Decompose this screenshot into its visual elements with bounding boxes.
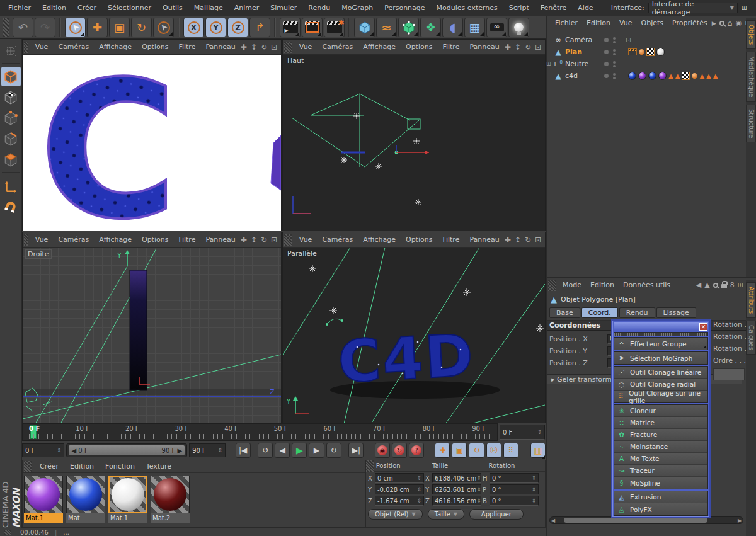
selection-tag-icon[interactable]: ▲: [668, 73, 673, 79]
apply-button[interactable]: Appliquer: [469, 509, 524, 520]
size-z-field[interactable]: 4616.156 cm⇕: [432, 496, 481, 506]
viewport-menu-item[interactable]: Vue: [30, 40, 54, 54]
viewport-canvas-top[interactable]: Haut: [283, 55, 545, 231]
menubar-item[interactable]: Rendu: [302, 0, 336, 16]
panel-grip[interactable]: [548, 280, 556, 291]
maximize-view-icon[interactable]: ⊡: [271, 236, 277, 244]
material-item[interactable]: Mat.1: [108, 476, 149, 523]
snap-magnet-button[interactable]: [1, 197, 21, 216]
tab-calques[interactable]: Calques: [746, 321, 756, 355]
menu-item-moinstance[interactable]: ⁖MoInstance: [614, 441, 707, 453]
search-icon[interactable]: [713, 283, 718, 288]
compositing-tag-icon[interactable]: [646, 48, 655, 56]
scrollbar-thumb[interactable]: [564, 518, 707, 523]
material-menu-item[interactable]: Edition: [64, 459, 100, 474]
viewport-menu-item[interactable]: Filtre: [437, 232, 464, 247]
maximize-view-icon[interactable]: ⊡: [271, 43, 277, 52]
key-rotation-toggle[interactable]: ↻: [469, 443, 484, 458]
material-item[interactable]: Mat.1: [24, 476, 64, 523]
visibility-dots[interactable]: [613, 61, 616, 64]
viewport-top[interactable]: VueCamérasAffichageOptionsFiltrePanneau …: [282, 39, 546, 231]
viewport-menu-item[interactable]: Options: [401, 40, 437, 54]
viewport-menu-item[interactable]: Affichage: [358, 40, 401, 54]
menu-item-motexte[interactable]: AMo Texte: [614, 453, 707, 465]
viewport-menu-item[interactable]: Options: [137, 232, 173, 247]
mograph-palette-window[interactable]: ✕ ⁘Effecteur Groupe ➤Sélection MoGraph ⋰…: [611, 319, 711, 518]
material-menu-item[interactable]: Fonction: [100, 459, 140, 474]
coord-mode-dropdown[interactable]: Objet (Rel)▼: [368, 509, 423, 520]
history-forward-icon[interactable]: ▲: [704, 281, 709, 289]
menubar-item[interactable]: Créer: [72, 0, 102, 16]
selection-tag-icon[interactable]: ▲: [675, 73, 680, 79]
texture-mode-button[interactable]: [1, 88, 21, 107]
viewport-menu-item[interactable]: Vue: [30, 232, 54, 247]
scroll-left-icon[interactable]: ◀: [550, 518, 556, 523]
material-item[interactable]: Mat.2: [151, 476, 191, 523]
history-icon[interactable]: 8: [730, 281, 735, 289]
viewport-menu-item[interactable]: Affichage: [94, 232, 137, 247]
menubar-item[interactable]: Sélectionner: [102, 0, 157, 16]
size-mode-dropdown[interactable]: Taille▼: [428, 509, 464, 520]
visibility-dot[interactable]: [604, 74, 609, 78]
current-frame-spinner[interactable]: 0 F ⇕: [22, 443, 64, 457]
tab-objets[interactable]: Objets: [746, 20, 756, 49]
scroll-right-icon[interactable]: ▶: [736, 518, 743, 523]
object-row-plan[interactable]: ▲ Plan: [547, 46, 756, 58]
pan-view-icon[interactable]: ✚: [505, 43, 511, 52]
add-primitive-button[interactable]: [354, 18, 375, 37]
material-name[interactable]: Mat.1: [24, 513, 63, 523]
visibility-dots[interactable]: [613, 37, 616, 40]
add-spline-button[interactable]: ≈: [376, 18, 397, 37]
menubar-item[interactable]: Personnage: [379, 0, 430, 16]
key-pla-toggle[interactable]: ⠿: [503, 443, 518, 458]
tab-base[interactable]: Base: [549, 307, 580, 318]
object-name[interactable]: Neutre: [565, 60, 604, 68]
position-x-field[interactable]: 0 cm⇕: [375, 473, 424, 483]
attribute-menu-item[interactable]: Mode: [558, 278, 586, 292]
viewport-menu-item[interactable]: Caméras: [53, 232, 94, 247]
tab-lissage[interactable]: Lissage: [656, 307, 696, 318]
history-back-icon[interactable]: ◀: [696, 281, 701, 289]
orbit-view-icon[interactable]: ↻: [525, 236, 531, 244]
object-row-neutre[interactable]: ⊞ ∟0 Neutre: [547, 58, 756, 70]
panel-grip[interactable]: [284, 234, 292, 246]
object-manager-menu-item[interactable]: Propriétés: [668, 16, 712, 30]
material-name[interactable]: Mat.2: [151, 513, 190, 523]
play-backward-loop-button[interactable]: ↺: [258, 443, 273, 458]
tab-attributs[interactable]: Attributs: [746, 282, 756, 318]
object-name[interactable]: c4d: [565, 72, 604, 80]
rotation-h-field[interactable]: 0 °⇕: [490, 473, 539, 483]
texture-tag-blue-icon[interactable]: [628, 72, 636, 80]
object-manager-menu-item[interactable]: Fichier: [551, 16, 582, 30]
toolbar-grip[interactable]: [3, 18, 9, 37]
viewport-parallel[interactable]: VueCamérasAffichageOptionsFiltrePanneau …: [282, 232, 546, 423]
add-panel-icon[interactable]: ⊞: [738, 281, 743, 289]
texture-tag-white-icon[interactable]: [656, 48, 665, 56]
menubar-item[interactable]: Edition: [37, 0, 72, 16]
play-button[interactable]: ▶: [292, 443, 307, 458]
axis-mode-button[interactable]: [1, 176, 21, 195]
attribute-menu-item[interactable]: Edition: [586, 278, 619, 292]
menubar-item[interactable]: Simuler: [265, 0, 302, 16]
expand-icon[interactable]: ⊞: [546, 60, 551, 67]
position-z-field[interactable]: -1.674 cm⇕: [375, 496, 424, 506]
pan-view-icon[interactable]: ✚: [505, 236, 511, 244]
home-icon[interactable]: ⌂: [728, 18, 733, 28]
render-view-button[interactable]: ▶: [280, 18, 301, 37]
viewport-menu-item[interactable]: Filtre: [173, 232, 200, 247]
viewport-menu-item[interactable]: Panneau: [464, 232, 504, 247]
viewport-menu-item[interactable]: Options: [137, 40, 173, 54]
rotation-p-field[interactable]: 0 °⇕: [490, 484, 539, 494]
make-editable-button[interactable]: [1, 41, 21, 60]
scale-tool-button[interactable]: ▣: [109, 18, 130, 37]
visibility-dots[interactable]: [613, 73, 616, 76]
material-name[interactable]: Mat.1: [108, 513, 147, 523]
texture-tag-purple-icon[interactable]: [638, 72, 646, 80]
zoom-view-icon[interactable]: ↕: [515, 43, 521, 52]
render-settings-button[interactable]: ✱: [324, 18, 345, 37]
add-environment-button[interactable]: ▦: [464, 18, 485, 37]
lock-icon[interactable]: [721, 284, 727, 288]
menu-item-polyfx[interactable]: ◬PolyFX: [614, 503, 707, 515]
viewport-menu-item[interactable]: Caméras: [53, 40, 94, 54]
keyframe-bars-button[interactable]: ▥: [530, 443, 546, 458]
